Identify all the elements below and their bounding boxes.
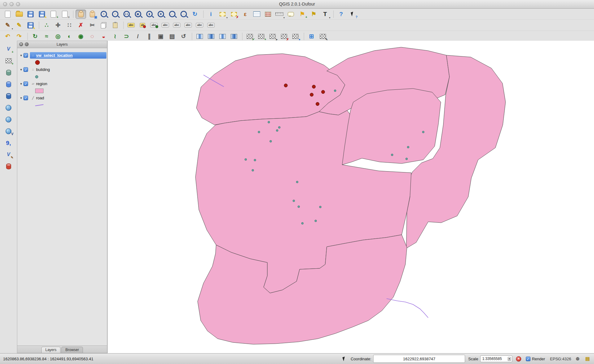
region-inner-district[interactable] <box>342 89 441 165</box>
map-grid-tool-3-button[interactable]: ▸ <box>267 32 278 41</box>
full-histogram-stretch-button[interactable] <box>206 32 216 41</box>
composer-manager-button[interactable]: ≡ <box>60 10 70 19</box>
save-project-button[interactable] <box>25 10 36 19</box>
deselect-features-button[interactable]: ✗ <box>229 10 239 19</box>
copy-features-button[interactable] <box>98 21 109 30</box>
minimize-window-button[interactable] <box>10 2 14 6</box>
zoom-full-extent-button[interactable]: ▣ <box>133 10 143 19</box>
reshape-features-button[interactable]: ≀ <box>110 32 120 41</box>
new-project-button[interactable] <box>2 10 13 19</box>
add-wms-layer-button[interactable] <box>3 103 14 112</box>
split-parts-button[interactable]: ∥ <box>144 32 155 41</box>
layer-visibility-checkbox-vw_select_location[interactable]: ✓ <box>23 53 28 58</box>
split-features-button[interactable]: / <box>133 32 143 41</box>
building-point[interactable] <box>298 206 299 208</box>
open-project-button[interactable] <box>14 10 24 19</box>
layer-symbol-swatch[interactable] <box>35 60 40 65</box>
layer-symbol-swatch[interactable] <box>35 75 38 78</box>
selected-location-point[interactable] <box>310 93 313 97</box>
map-grid-tool-4-button[interactable]: ✗ <box>279 32 289 41</box>
select-features-button[interactable]: ▾ <box>217 10 228 19</box>
cut-features-button[interactable]: ✂ <box>87 21 97 30</box>
zoom-in-button[interactable]: + <box>98 10 109 19</box>
add-wfs-layer-button[interactable]: V <box>3 126 14 136</box>
map-tool-extra-2-button[interactable]: ✎ <box>318 32 328 41</box>
redo-button[interactable]: ↷ <box>14 32 24 41</box>
rotate-feature-button[interactable]: ↻ <box>30 32 40 41</box>
add-postgis-layer-button[interactable] <box>3 68 14 77</box>
layer-label-area[interactable]: ∴vw_select_location <box>30 52 106 59</box>
zoom-out-button[interactable]: − <box>110 10 120 19</box>
building-point[interactable] <box>252 169 254 171</box>
layer-visibility-checkbox-region[interactable]: ✓ <box>23 81 28 86</box>
add-feature-button[interactable]: ∴ <box>41 21 52 30</box>
new-shapefile-layer-button[interactable]: V✎ <box>3 150 14 159</box>
building-point[interactable] <box>422 131 424 133</box>
expand-collapse-triangle[interactable]: ▼ <box>19 97 23 100</box>
add-wcs-layer-button[interactable] <box>3 115 14 124</box>
map-grid-tool-5-button[interactable]: ● <box>290 32 301 41</box>
map-tips-button[interactable] <box>286 10 296 19</box>
pin-unpin-labels-button[interactable]: abc <box>160 21 171 30</box>
building-point[interactable] <box>301 222 303 224</box>
current-edits-button[interactable]: ✎▾ <box>2 21 13 30</box>
expand-collapse-triangle[interactable]: ▼ <box>19 68 23 71</box>
map-svg[interactable] <box>108 41 594 353</box>
delete-ring-button[interactable]: ◌ <box>87 32 97 41</box>
zoom-last-button[interactable]: ← <box>167 10 177 19</box>
layer-item-region[interactable]: ▼✓▱region <box>17 80 107 87</box>
stop-rendering-button[interactable] <box>515 355 522 362</box>
move-feature-button[interactable]: ✚ <box>53 21 63 30</box>
refresh-map-button[interactable]: ↻ <box>190 10 200 19</box>
panel-tab-layers[interactable]: Layers <box>41 347 60 353</box>
select-by-expression-button[interactable]: ε <box>240 10 250 19</box>
add-mssql-layer-button[interactable] <box>3 91 14 101</box>
highlight-pinned-labels-button[interactable]: abc <box>171 21 182 30</box>
zoom-to-layer-button[interactable]: ≣ <box>155 10 166 19</box>
layer-visibility-checkbox-building[interactable]: ✓ <box>23 67 28 72</box>
undo-button[interactable]: ↶ <box>2 32 13 41</box>
rotate-point-symbols-button[interactable]: ↺ <box>178 32 189 41</box>
change-label-properties-button[interactable]: abc <box>206 21 216 30</box>
panel-close-button[interactable]: ✕ <box>19 42 23 46</box>
panel-float-button[interactable]: ◦ <box>25 42 29 46</box>
layer-visibility-checkbox-road[interactable]: ✓ <box>23 96 28 100</box>
road-line[interactable] <box>386 299 428 318</box>
expand-collapse-triangle[interactable]: ▼ <box>19 82 23 85</box>
zoom-actual-size-button[interactable]: 1:1 <box>121 10 132 19</box>
add-raster-layer-button[interactable]: + <box>3 56 14 65</box>
layer-symbol-swatch[interactable] <box>35 89 43 93</box>
selected-location-point[interactable] <box>284 84 287 87</box>
selected-location-point[interactable] <box>321 90 325 94</box>
close-window-button[interactable] <box>3 2 7 6</box>
map-tool-extra-1-button[interactable]: ⊞ <box>306 32 317 41</box>
help-contents-button[interactable]: ? <box>336 10 346 19</box>
building-point[interactable] <box>319 206 321 208</box>
map-grid-tool-2-button[interactable]: + <box>256 32 266 41</box>
layer-name[interactable]: vw_select_location <box>35 53 73 58</box>
simplify-feature-button[interactable]: ≈ <box>41 32 52 41</box>
building-point[interactable] <box>334 90 336 92</box>
new-print-composer-button[interactable]: + <box>48 10 59 19</box>
layer-symbol-swatch[interactable] <box>35 104 43 106</box>
show-hide-labels-button[interactable]: abc <box>149 21 159 30</box>
identify-features-button[interactable]: i <box>206 10 216 19</box>
local-cumulative-cut-stretch-button[interactable] <box>217 32 228 41</box>
layer-label-area[interactable]: ╱road <box>30 95 106 101</box>
delete-selected-button[interactable]: ✗ <box>76 21 86 30</box>
offset-curve-button[interactable]: ⊃ <box>121 32 132 41</box>
layer-item-vw_select_location[interactable]: ▼✓∴vw_select_location <box>17 52 107 59</box>
add-delimited-text-layer-button[interactable]: 9, <box>3 138 14 147</box>
selected-location-point[interactable] <box>312 85 316 89</box>
add-vector-layer-button[interactable]: V+ <box>3 44 14 54</box>
building-point[interactable] <box>270 140 271 142</box>
building-point[interactable] <box>278 126 280 128</box>
open-attribute-table-button[interactable] <box>251 10 262 19</box>
node-tool-button[interactable]: ∷ <box>64 21 75 30</box>
save-layer-edits-button[interactable]: ✎ <box>25 21 36 30</box>
building-point[interactable] <box>296 181 298 183</box>
toggle-editing-button[interactable]: ✎ <box>14 21 24 30</box>
building-point[interactable] <box>315 220 316 222</box>
layer-item-road[interactable]: ▼✓╱road <box>17 94 107 101</box>
title-bar[interactable]: QGIS 2.0.1-Dufour <box>0 0 594 9</box>
